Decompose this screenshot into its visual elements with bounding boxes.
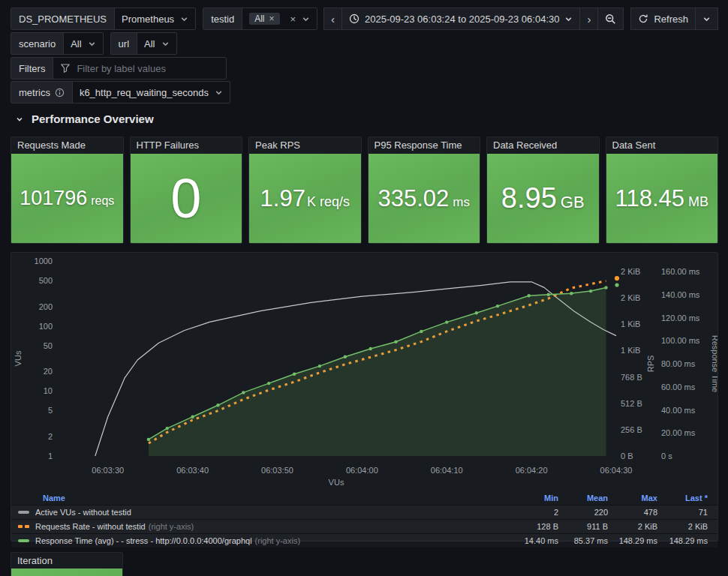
svg-text:06:04:10: 06:04:10 <box>431 466 463 475</box>
svg-text:0 s: 0 s <box>661 452 672 460</box>
legend-header-name[interactable]: Name <box>11 494 509 502</box>
metrics-select[interactable]: k6_http_req_waiting_seconds <box>73 82 230 103</box>
adhoc-filters[interactable]: Filters <box>11 57 227 80</box>
scenario-select[interactable]: All <box>64 33 102 54</box>
legend-header-mean[interactable]: Mean <box>558 494 608 502</box>
svg-text:40.00 ms: 40.00 ms <box>661 406 696 415</box>
panel-data-received: Data Received 8.95GB <box>486 136 600 244</box>
chevron-down-icon <box>180 15 188 23</box>
panel-title[interactable]: Requests Made <box>11 137 123 154</box>
url-filter[interactable]: url All <box>110 32 177 55</box>
panel-vus-chart: 12510205010020050010000 B256 B512 B768 B… <box>11 252 718 542</box>
series-swatch-orange-dashed <box>18 525 29 528</box>
stat-unit: reqs <box>91 194 114 208</box>
legend-max: 478 <box>608 508 657 517</box>
svg-text:1: 1 <box>48 452 53 460</box>
chevron-down-icon <box>302 15 310 23</box>
svg-text:512 B: 512 B <box>621 399 642 408</box>
legend-row-requests-rate[interactable]: Requests Rate - without testid(right y-a… <box>11 519 717 533</box>
legend-min: 2 <box>509 508 558 517</box>
testid-label: testid <box>203 8 242 29</box>
stat-value: 101796 <box>20 187 87 210</box>
legend-header: Name Min Mean Max Last * <box>11 490 717 505</box>
svg-text:1 KiB: 1 KiB <box>621 320 640 328</box>
svg-text:06:03:30: 06:03:30 <box>92 466 124 475</box>
svg-text:2 KiB: 2 KiB <box>621 267 640 276</box>
panel-data-sent: Data Sent 118.45MB <box>606 136 719 244</box>
svg-text:10: 10 <box>44 386 53 395</box>
metrics-picker[interactable]: metrics k6_http_req_waiting_seconds <box>11 81 230 104</box>
panel-title[interactable]: P95 Response Time <box>369 137 480 154</box>
datasource-picker[interactable]: DS_PROMETHEUS Prometheus <box>11 8 196 30</box>
svg-text:06:04:30: 06:04:30 <box>600 466 633 475</box>
svg-text:80.00 ms: 80.00 ms <box>661 359 696 368</box>
legend-min: 14.40 ms <box>509 536 558 545</box>
series-swatch-gray <box>18 511 29 514</box>
collapse-chevron-icon <box>15 115 24 124</box>
svg-text:500: 500 <box>39 276 53 285</box>
stat-unit: GB <box>561 193 585 212</box>
series-swatch-green <box>18 539 29 542</box>
stat-value: 335.02 <box>378 185 450 212</box>
datasource-value: Prometheus <box>122 14 174 25</box>
panel-peak-rps: Peak RPS 1.97K req/s <box>248 136 362 244</box>
time-range-picker[interactable]: 2025-09-23 06:03:24 to 2025-09-23 06:04:… <box>341 8 581 30</box>
svg-text:60.00 ms: 60.00 ms <box>661 382 696 392</box>
row-performance-overview[interactable]: Performance Overview <box>15 112 154 125</box>
svg-text:20: 20 <box>44 367 53 376</box>
legend-header-min[interactable]: Min <box>509 494 558 502</box>
panel-title[interactable]: Data Received <box>487 137 599 154</box>
legend-header-max[interactable]: Max <box>608 494 657 502</box>
panel-iteration: Iteration <box>11 552 123 576</box>
time-shift-forward-button[interactable]: › <box>579 8 598 30</box>
legend-header-last[interactable]: Last * <box>657 494 717 502</box>
refresh-button[interactable]: Refresh <box>630 8 696 30</box>
chip-remove-icon[interactable]: × <box>269 14 275 24</box>
legend-series-name[interactable]: Response Time (avg) - - stress - http://… <box>35 536 300 545</box>
time-shift-back-button[interactable]: ‹ <box>323 8 342 30</box>
stat-value: 8.95 <box>501 182 557 214</box>
stat-body: 0 <box>131 154 242 243</box>
testid-filter[interactable]: testid All × × <box>203 8 317 30</box>
legend-mean: 911 B <box>558 522 608 531</box>
stat-value: 118.45 <box>615 185 684 212</box>
svg-text:120.00 ms: 120.00 ms <box>661 314 700 322</box>
clock-icon <box>349 14 359 24</box>
svg-text:768 B: 768 B <box>621 373 642 382</box>
svg-text:2 KiB: 2 KiB <box>621 293 640 302</box>
svg-text:100.00 ms: 100.00 ms <box>661 336 700 345</box>
svg-text:1 KiB: 1 KiB <box>621 346 640 355</box>
svg-text:Response Time: Response Time <box>711 335 717 392</box>
refresh-interval-dropdown[interactable] <box>695 8 718 30</box>
svg-text:5: 5 <box>48 406 53 415</box>
chevron-down-icon <box>161 40 170 48</box>
panel-title[interactable]: Data Sent <box>606 137 718 154</box>
svg-text:VUs: VUs <box>329 478 344 487</box>
stat-unit: MB <box>688 194 708 210</box>
panel-http-failures: HTTP Failures 0 <box>130 136 243 244</box>
stat-value: 1.97 <box>260 185 305 212</box>
legend-row-response-time[interactable]: Response Time (avg) - - stress - http://… <box>11 533 717 548</box>
url-label: url <box>111 33 137 54</box>
panel-title[interactable]: HTTP Failures <box>131 137 242 154</box>
panel-title[interactable]: Iteration <box>11 553 122 569</box>
refresh-icon <box>638 14 648 24</box>
right-axis-note: (right y-axis) <box>149 522 194 531</box>
legend-series-name[interactable]: Requests Rate - without testid(right y-a… <box>35 522 194 531</box>
url-select[interactable]: All <box>137 33 176 54</box>
scenario-filter[interactable]: scenario All <box>11 32 104 55</box>
svg-text:06:03:50: 06:03:50 <box>261 466 293 475</box>
datasource-select[interactable]: Prometheus <box>115 8 195 29</box>
clear-selection-icon[interactable]: × <box>290 14 296 25</box>
zoom-out-button[interactable] <box>597 8 624 30</box>
filter-by-label-input[interactable] <box>77 63 210 74</box>
panel-title[interactable]: Peak RPS <box>249 137 361 154</box>
legend-row-active-vus[interactable]: Active VUs - without testid 2 220 478 71 <box>11 505 717 519</box>
stat-body: 8.95GB <box>487 154 599 243</box>
svg-text:256 B: 256 B <box>621 425 642 434</box>
timeseries-chart[interactable]: 12510205010020050010000 B256 B512 B768 B… <box>11 253 717 487</box>
stat-body: 1.97K req/s <box>249 154 361 243</box>
testid-chip-all[interactable]: All × <box>249 13 279 25</box>
legend-series-name[interactable]: Active VUs - without testid <box>35 508 131 517</box>
time-range-text: 2025-09-23 06:03:24 to 2025-09-23 06:04:… <box>365 14 560 25</box>
